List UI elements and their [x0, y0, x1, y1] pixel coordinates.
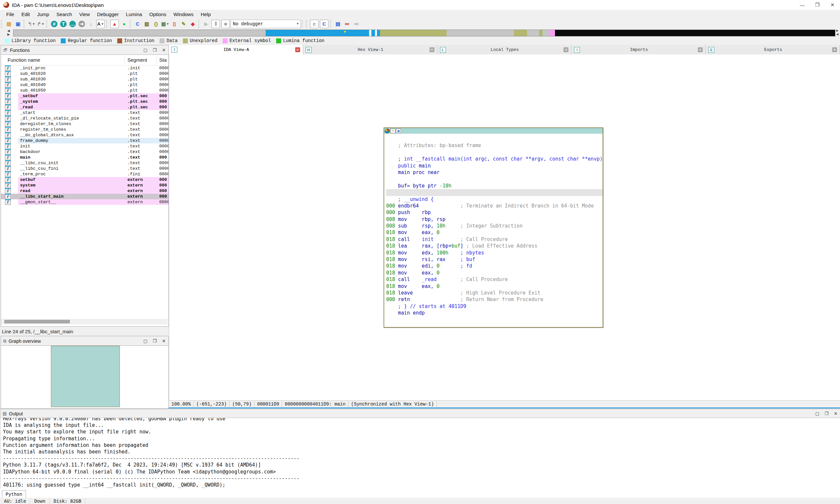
disassembly-line[interactable]: 018 mov eax, 0 [386, 270, 603, 276]
nav-colorbar-icon[interactable]: ▲ [110, 20, 119, 28]
function-row[interactable]: f__libc_csu_init.text0000 [1, 160, 168, 166]
disassembly-line[interactable] [386, 136, 603, 142]
function-row[interactable]: f__libc_csu_fini.text0000 [1, 166, 168, 172]
tab-close-button[interactable]: ✕ [295, 47, 300, 52]
function-row[interactable]: fsub_401040.plt0000 [1, 82, 168, 88]
disassembly-line[interactable]: 018 mov rsi, rax ; buf [386, 256, 603, 263]
panel-splitter[interactable] [169, 408, 840, 409]
function-row[interactable]: f__gmon_start__extern0000 [1, 199, 168, 205]
function-row-body[interactable]: sub_401020.plt0000 [18, 71, 168, 76]
column-segment[interactable]: Segment [127, 57, 147, 63]
disassembly-line[interactable]: 018 leave ; High Level Procedure Exit [386, 290, 603, 296]
tab-local-types[interactable]: LLocal Types✕ [437, 45, 572, 54]
disassembly-line[interactable]: ; Attributes: bp-based frame [386, 142, 603, 149]
tab-imports[interactable]: IImports✕ [571, 45, 706, 54]
disassembly-line[interactable]: public main [386, 163, 603, 169]
menu-item-options[interactable]: Options [146, 11, 170, 18]
disassembly-line[interactable]: ; int __fastcall main(int argc, const ch… [386, 156, 603, 162]
functions-hscrollbar-thumb[interactable] [4, 320, 70, 323]
disassembly-line[interactable]: 018 mov eax, 0 [386, 229, 603, 236]
function-row[interactable]: fbackdoor.text0000 [1, 149, 168, 155]
function-row[interactable]: f__libc_start_mainextern000 [1, 194, 168, 199]
jump-forward-icon[interactable]: ↱▼ [37, 20, 44, 28]
function-row[interactable]: fsystemextern000 [1, 183, 168, 188]
tab-hex-view-1[interactable]: HHex View-1✕ [303, 45, 437, 54]
disassembly-line[interactable]: 018 mov edx, 100h ; nbytes [386, 250, 603, 256]
functions-column-headers[interactable]: Function name Segment Sta [1, 55, 168, 65]
function-row[interactable]: freadextern000 [1, 188, 168, 194]
disassembly-line[interactable]: 018 mov edi, 0 ; fd [386, 263, 603, 269]
disassembly-line[interactable] [386, 149, 603, 156]
menu-item-help[interactable]: Help [197, 11, 214, 18]
column-start[interactable]: Sta [159, 57, 167, 63]
enums-icon[interactable]: # [51, 21, 57, 27]
start-debug-icon[interactable]: ▶ [202, 20, 210, 28]
graph-overview-node[interactable] [51, 346, 120, 407]
disassembly-line[interactable]: 000 retn ; Return Near from Procedure [386, 296, 603, 303]
jump-address-icon[interactable]: ↓ [87, 20, 95, 28]
save-file-icon[interactable]: ▣ [14, 20, 22, 28]
disassembly-listing[interactable]: ; Attributes: bp-based frame ; int __fas… [384, 133, 603, 328]
function-row-body[interactable]: __do_global_dtors_aux.text0000 [18, 132, 168, 138]
disassembly-line[interactable]: 000 push rbp [386, 209, 603, 216]
function-row-body[interactable]: readextern000 [18, 188, 168, 194]
jump-back-icon[interactable]: ↰▼ [28, 20, 35, 28]
strings-icon[interactable]: … [69, 21, 76, 27]
disassembly-line[interactable]: ; } // starts at 4011D9 [386, 303, 603, 310]
breakpoint-list-icon[interactable]: ≔ [343, 20, 351, 28]
menu-item-view[interactable]: View [75, 11, 93, 18]
function-row[interactable]: finit.text0000 [1, 143, 168, 149]
function-row[interactable]: fsub_401050.plt0000 [1, 88, 168, 93]
xrefs-icon[interactable]: ➜ [78, 21, 85, 27]
function-row[interactable]: fsub_401030.plt0000 [1, 76, 168, 82]
close-button[interactable]: ✕ [825, 0, 840, 10]
tab-close-button[interactable]: ✕ [564, 47, 568, 52]
lumina-node-icon[interactable]: ● [120, 20, 128, 28]
function-row-body[interactable]: _system.plt.sec000 [18, 99, 168, 104]
watch-list-icon[interactable]: ≕ [352, 20, 360, 28]
disassembly-line[interactable]: ; __unwind { [386, 196, 603, 203]
disassembly-line[interactable]: 008 sub rsp, 10h ; Integer Subtraction [386, 222, 603, 229]
graph-overview-panel[interactable] [1, 345, 169, 409]
breakpoint-icon[interactable]: ◆ [189, 20, 197, 28]
ida-view-canvas[interactable]: ✎ ▦ ; Attributes: bp-based frame ; int _… [169, 54, 840, 400]
disassembly-line[interactable]: 008 mov rbp, rsp [386, 216, 603, 222]
edit-comment-icon[interactable]: ✎ [180, 20, 187, 28]
source-c-icon[interactable]: c [310, 20, 319, 28]
menu-item-edit[interactable]: Edit [18, 11, 34, 18]
open-file-icon[interactable]: ▨ [5, 20, 13, 28]
navigation-band[interactable]: ▼ [13, 30, 835, 36]
make-data-icon[interactable]: ▥ [143, 20, 151, 28]
function-row-body[interactable]: _read.plt.sec000 [18, 104, 168, 110]
text-format-icon[interactable]: A▼ [96, 20, 105, 28]
restore-button[interactable]: ❐ [810, 0, 825, 10]
disassembly-line[interactable] [386, 189, 603, 196]
disassembly-window[interactable]: ✎ ▦ ; Attributes: bp-based frame ; int _… [383, 127, 603, 328]
function-row[interactable]: f_system.plt.sec000 [1, 99, 168, 104]
output-close-button[interactable]: ✕ [831, 411, 840, 416]
function-row-body[interactable]: sub_401030.plt0000 [18, 76, 168, 82]
function-row[interactable]: fmain.text000 [1, 155, 168, 160]
tab-close-button[interactable]: ✕ [430, 47, 434, 52]
structs-icon[interactable]: T [60, 21, 67, 27]
function-row-body[interactable]: systemextern000 [18, 183, 168, 188]
function-row[interactable]: fsub_401020.plt0000 [1, 71, 168, 76]
pause-debug-icon[interactable]: Ⅱ [212, 20, 220, 28]
function-row-body[interactable]: deregister_tm_clones.text0000 [18, 121, 168, 127]
function-row[interactable]: f_read.plt.sec000 [1, 104, 168, 110]
graph-float-button[interactable]: ❐ [150, 339, 159, 343]
disassembly-line[interactable]: 018 call init ; Call Procedure [386, 236, 603, 242]
function-row-body[interactable]: _init_proc.init0000 [18, 65, 168, 71]
function-row-body[interactable]: sub_401050.plt0000 [18, 88, 168, 93]
menu-item-file[interactable]: File [3, 11, 18, 18]
functions-float-button[interactable]: ❐ [150, 48, 159, 53]
disassembly-line[interactable]: main endp [386, 310, 603, 316]
output-window-icon[interactable]: ▤ [334, 20, 342, 28]
make-code-icon[interactable]: C [133, 20, 142, 28]
menu-item-jump[interactable]: Jump [34, 11, 53, 18]
function-row[interactable]: f__do_global_dtors_aux.text0000 [1, 132, 168, 138]
stop-debug-icon[interactable]: ■ [221, 20, 230, 28]
function-row-body[interactable]: __libc_csu_init.text0000 [18, 160, 168, 166]
function-row[interactable]: f_term_proc.fini0000 [1, 172, 168, 177]
make-struct-icon[interactable]: {} [152, 20, 160, 28]
